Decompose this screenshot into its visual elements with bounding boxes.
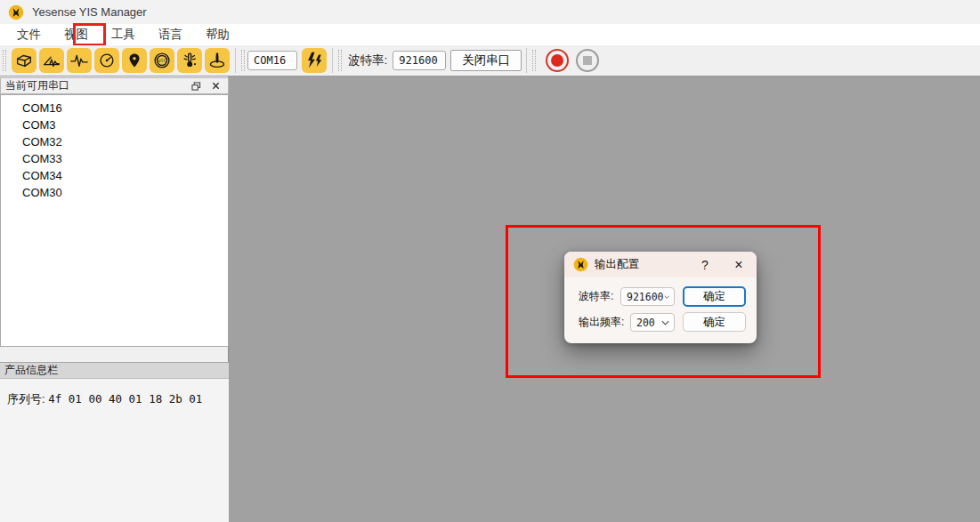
serial-number-value: 4f 01 00 40 01 18 2b 01 <box>48 392 202 406</box>
app-window: { "window": { "title": "Yesense YIS Mana… <box>0 0 980 522</box>
dock-close-button[interactable] <box>208 79 223 92</box>
refresh-ports-button[interactable] <box>302 48 327 73</box>
toolbar-button-beacon[interactable] <box>205 48 230 73</box>
waveform-icon <box>69 52 89 69</box>
titlebar: Yesense YIS Manager <box>0 0 980 24</box>
dialog-app-logo-icon <box>573 257 588 272</box>
product-info-header: 产品信息栏 <box>0 362 229 379</box>
dialog-baud-label: 波特率: <box>579 287 613 306</box>
dialog-help-button[interactable]: ? <box>694 255 716 275</box>
toolbar-button-vibration[interactable] <box>177 48 202 73</box>
serial-number-line: 序列号: 4f 01 00 40 01 18 2b 01 <box>7 391 202 407</box>
dialog-baud-ok-button[interactable]: 确定 <box>683 286 746 307</box>
dialog-baud-select[interactable]: 921600 <box>620 287 675 306</box>
menu-file[interactable]: 文件 <box>11 24 47 45</box>
toolbar: UTC COM16 波特率: 921600 <box>0 45 980 76</box>
port-list-item[interactable]: COM30 <box>1 184 228 201</box>
port-list-item[interactable]: COM32 <box>1 133 228 150</box>
chevron-down-icon <box>664 294 669 300</box>
stop-button[interactable] <box>576 49 599 72</box>
toolbar-separator <box>235 48 236 73</box>
close-x-icon <box>212 82 220 90</box>
close-serial-port-button[interactable]: 关闭串口 <box>450 50 522 71</box>
toolbar-drag-handle[interactable] <box>241 50 245 71</box>
chevron-down-icon <box>661 320 669 325</box>
dialog-title: 输出配置 <box>595 257 694 272</box>
dialog-rate-label: 输出频率: <box>579 313 624 332</box>
window-title: Yesense YIS Manager <box>32 5 147 19</box>
menu-view[interactable]: 视图 <box>58 24 94 45</box>
serial-number-label: 序列号: <box>7 392 45 406</box>
port-list: COM16 COM3 COM32 COM33 COM34 COM30 <box>0 94 229 347</box>
toolbar-separator <box>526 48 527 73</box>
toolbar-button-gauge[interactable] <box>94 48 119 73</box>
toolbar-separator <box>332 48 333 73</box>
dialog-close-button[interactable]: × <box>728 255 749 275</box>
menu-help[interactable]: 帮助 <box>199 24 236 45</box>
double-lightning-icon <box>304 51 324 70</box>
stop-icon <box>583 56 592 65</box>
baud-select[interactable]: 921600 <box>393 51 446 70</box>
gauge-icon <box>97 52 117 69</box>
port-list-item[interactable]: COM34 <box>1 167 228 184</box>
toolbar-button-utc-clock[interactable]: UTC <box>150 48 174 73</box>
product-info-title: 产品信息栏 <box>4 363 58 378</box>
serial-port-dock: 当前可用串口 COM16 COM3 COM32 COM33 COM34 COM3… <box>0 76 229 522</box>
port-select-value: COM16 <box>254 54 286 67</box>
beacon-icon <box>207 51 227 70</box>
svg-text:UTC: UTC <box>158 58 166 63</box>
chevron-down-icon <box>291 58 293 63</box>
cube-3d-icon <box>14 52 34 69</box>
restore-window-icon <box>191 82 201 91</box>
toolbar-drag-handle[interactable] <box>532 50 536 71</box>
dialog-rate-select[interactable]: 200 <box>630 313 675 332</box>
toolbar-button-attitude[interactable] <box>39 48 64 73</box>
record-button[interactable] <box>546 49 569 72</box>
output-config-dialog: 输出配置 ? × 波特率: 921600 确定 输出频率: 200 确定 <box>564 252 757 343</box>
app-logo-icon <box>8 4 24 20</box>
product-info-body: 序列号: 4f 01 00 40 01 18 2b 01 软件版本号： YIS3… <box>0 379 229 522</box>
toolbar-button-3d-view[interactable] <box>12 48 36 73</box>
baud-rate-label: 波特率: <box>348 52 387 68</box>
toolbar-drag-handle[interactable] <box>3 50 6 71</box>
dialog-baud-value: 921600 <box>627 291 664 303</box>
port-select[interactable]: COM16 <box>247 51 297 70</box>
port-list-item[interactable]: COM33 <box>1 150 228 167</box>
record-icon <box>551 54 563 67</box>
dialog-titlebar[interactable]: 输出配置 ? × <box>564 252 757 277</box>
menu-tools[interactable]: 工具 <box>105 24 142 45</box>
baud-select-value: 921600 <box>399 54 437 67</box>
toolbar-drag-handle[interactable] <box>338 50 342 71</box>
vibration-sensor-icon <box>180 51 199 70</box>
dialog-rate-ok-button[interactable]: 确定 <box>683 312 746 332</box>
toolbar-button-waveform[interactable] <box>67 48 92 73</box>
dock-title: 当前可用串口 <box>5 78 189 93</box>
port-list-item[interactable]: COM3 <box>1 116 228 133</box>
port-list-item[interactable]: COM16 <box>1 100 228 116</box>
toolbar-button-location[interactable] <box>122 48 147 73</box>
menubar: 文件 视图 工具 语言 帮助 <box>0 24 980 45</box>
utc-clock-icon: UTC <box>152 51 172 70</box>
attitude-angle-wave-icon <box>42 52 61 69</box>
dialog-rate-value: 200 <box>636 317 655 329</box>
dock-header[interactable]: 当前可用串口 <box>0 77 229 94</box>
dock-float-button[interactable] <box>189 79 203 92</box>
location-pin-icon <box>126 52 143 69</box>
menu-language[interactable]: 语言 <box>152 24 189 45</box>
